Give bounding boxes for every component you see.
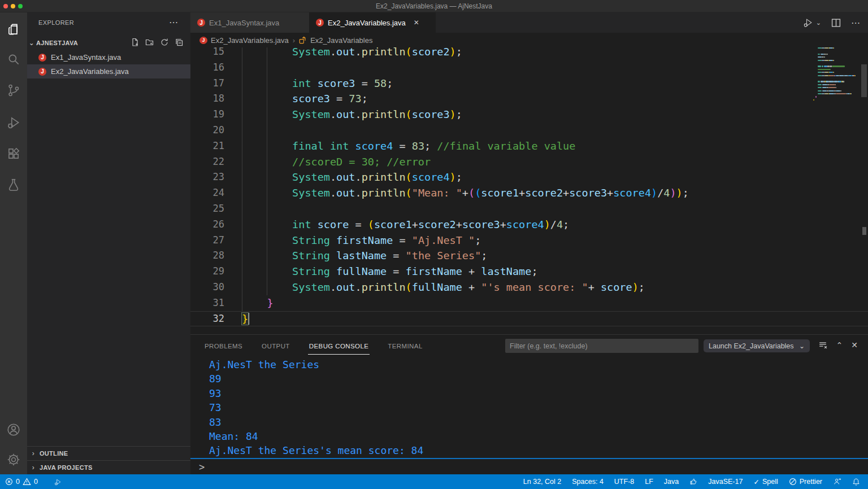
editor-scrollbar[interactable] — [860, 47, 868, 334]
cursor-position[interactable]: Ln 32, Col 2 — [523, 478, 561, 486]
split-editor-icon[interactable] — [831, 18, 841, 28]
code-line[interactable]: 31 } — [190, 295, 868, 311]
close-tab-icon[interactable]: ✕ — [414, 19, 419, 27]
file-name: Ex1_JavaSyntax.java — [51, 53, 121, 62]
code-line[interactable]: 28 String lastName = "the Series"; — [190, 248, 868, 264]
source-control-icon[interactable] — [0, 77, 27, 104]
scrollbar-thumb[interactable] — [861, 64, 867, 97]
language-mode[interactable]: Java — [664, 478, 679, 486]
project-section-header[interactable]: ⌄ AJNESTJAVA — [27, 36, 190, 50]
launch-config-dropdown[interactable]: Launch Ex2_JavaVariables ⌄ — [704, 339, 810, 352]
maximize-panel-icon[interactable]: ⌃ — [836, 340, 843, 350]
code-line[interactable]: 18 score3 = 73; — [190, 91, 868, 107]
warnings-count: 0 — [34, 478, 38, 486]
settings-gear-icon[interactable] — [0, 446, 27, 473]
title-bar: Ex2_JavaVariables.java — AjNestJava — [0, 0, 868, 12]
console-input-separator — [190, 458, 868, 459]
indentation[interactable]: Spaces: 4 — [572, 478, 604, 486]
launch-config-label: Launch Ex2_JavaVariables — [709, 342, 794, 350]
tab-terminal[interactable]: TERMINAL — [387, 337, 423, 354]
breadcrumb-file[interactable]: Ex2_JavaVariables.java — [211, 36, 289, 45]
code-line[interactable]: 16 — [190, 60, 868, 76]
explorer-icon[interactable] — [0, 16, 27, 43]
code-line[interactable]: 17 int score3 = 58; — [190, 76, 868, 91]
prettier-circle-slash-icon — [789, 478, 797, 486]
tab-bar: J Ex1_JavaSyntax.java J Ex2_JavaVariable… — [190, 12, 868, 33]
tab-output[interactable]: OUTPUT — [261, 337, 291, 354]
code-text: System.out.println("Mean: "+((score1+sco… — [242, 185, 689, 201]
notifications-indicator[interactable] — [852, 478, 860, 486]
code-line[interactable]: 26 int score = (score1+score2+score3+sco… — [190, 217, 868, 233]
console-input-prompt[interactable]: > — [199, 461, 205, 473]
errors-indicator[interactable]: 0 — [5, 478, 20, 486]
tab-debug-console[interactable]: DEBUG CONSOLE — [308, 337, 370, 355]
run-or-debug-icon[interactable] — [802, 17, 814, 28]
debug-launch-indicator[interactable] — [54, 478, 62, 486]
tab-problems[interactable]: PROBLEMS — [203, 337, 244, 354]
code-text: int score3 = 58; — [242, 76, 393, 91]
code-editor[interactable]: 15 System.out.println(score2);1617 int s… — [190, 47, 868, 334]
line-number: 27 — [190, 233, 224, 248]
account-icon[interactable] — [0, 416, 27, 443]
more-actions-icon[interactable]: ⋯ — [851, 18, 860, 28]
warnings-indicator[interactable]: 0 — [23, 478, 38, 486]
code-line[interactable]: 15 System.out.println(score2); — [190, 47, 868, 60]
code-line[interactable]: 22 //scoreD = 30; //error — [190, 154, 868, 170]
testing-icon[interactable] — [0, 171, 27, 198]
feedback-indicator[interactable] — [833, 478, 841, 486]
jdk-version[interactable]: JavaSE-17 — [708, 478, 743, 486]
code-line[interactable]: 30 System.out.println(fullName + "'s mea… — [190, 280, 868, 295]
thumbs-up-icon — [689, 478, 697, 486]
code-line[interactable]: 27 String firstName = "Aj.NesT "; — [190, 233, 868, 248]
java-file-icon: J — [38, 54, 46, 62]
errors-count: 0 — [16, 478, 20, 486]
spell-checker-status[interactable]: ✓ Spell — [753, 478, 778, 486]
overview-ruler-mark — [862, 227, 866, 235]
close-panel-icon[interactable]: ✕ — [851, 340, 858, 350]
code-line[interactable]: 25 — [190, 201, 868, 217]
breadcrumb-symbol[interactable]: Ex2_JavaVariables — [310, 36, 372, 45]
text-cursor — [248, 313, 249, 325]
code-line[interactable]: 23 System.out.println(score4); — [190, 169, 868, 185]
run-dropdown-chevron-icon[interactable]: ⌄ — [816, 19, 821, 27]
refresh-icon[interactable] — [160, 38, 169, 47]
code-text: System.out.println(fullName + "'s mean s… — [242, 280, 645, 295]
tab-ex2-javavariables[interactable]: J Ex2_JavaVariables.java ✕ — [309, 12, 436, 33]
new-folder-icon[interactable] — [145, 38, 154, 47]
java-file-icon: J — [199, 37, 207, 44]
encoding[interactable]: UTF-8 — [614, 478, 634, 486]
search-icon[interactable] — [0, 46, 27, 73]
tab-label: Ex2_JavaVariables.java — [328, 19, 406, 27]
file-item-ex2[interactable]: J Ex2_JavaVariables.java — [27, 64, 190, 78]
filter-input[interactable] — [505, 339, 698, 353]
code-line[interactable]: 29 String fullName = firstName + lastNam… — [190, 264, 868, 280]
code-line[interactable]: 20 — [190, 123, 868, 138]
line-number: 30 — [190, 280, 224, 295]
code-line[interactable]: 24 System.out.println("Mean: "+((score1+… — [190, 185, 868, 201]
collapse-all-icon[interactable] — [175, 38, 184, 47]
minimap[interactable] — [812, 47, 857, 115]
code-line[interactable]: 32} — [190, 311, 868, 327]
warning-icon — [23, 478, 31, 486]
outline-section-header[interactable]: › OUTLINE — [27, 446, 190, 460]
java-status-indicator[interactable] — [689, 478, 697, 486]
extensions-icon[interactable] — [0, 140, 27, 167]
run-debug-icon[interactable] — [0, 109, 27, 136]
file-item-ex1[interactable]: J Ex1_JavaSyntax.java — [27, 50, 190, 64]
code-line[interactable]: 19 System.out.println(score3); — [190, 107, 868, 123]
java-projects-section-header[interactable]: › JAVA PROJECTS — [27, 460, 190, 474]
status-left: 0 0 — [0, 478, 62, 486]
code-line[interactable]: 21 final int score4 = 83; //final variab… — [190, 138, 868, 154]
line-number: 25 — [190, 201, 224, 217]
eol-sequence[interactable]: LF — [645, 478, 653, 486]
breadcrumb: J Ex2_JavaVariables.java › Ex2_JavaVaria… — [190, 33, 868, 47]
debug-console-output[interactable]: Aj.NesT the Series89937383Mean: 84Aj.Nes… — [190, 356, 868, 458]
clear-console-icon[interactable] — [818, 340, 828, 350]
explorer-more-icon[interactable]: ⋯ — [169, 17, 178, 28]
prettier-status[interactable]: Prettier — [789, 478, 822, 486]
new-file-icon[interactable] — [131, 38, 140, 47]
tab-ex1-javasyntax[interactable]: J Ex1_JavaSyntax.java — [190, 12, 309, 33]
activity-bar — [0, 12, 27, 474]
line-number: 31 — [190, 295, 224, 311]
line-number: 28 — [190, 248, 224, 264]
